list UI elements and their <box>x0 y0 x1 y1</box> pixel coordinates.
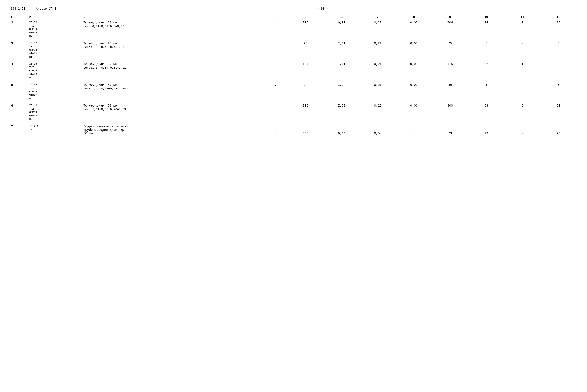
row-unit: м <box>264 124 288 136</box>
row-value-6: 0,04 <box>324 124 360 136</box>
row-code: I6-2I9 22 <box>28 124 83 136</box>
row-value-9: 25 <box>432 41 468 60</box>
row-value-10: 5 <box>468 41 504 60</box>
row-value-9: 30 <box>432 82 468 101</box>
row-value-7: 0,27 <box>360 103 396 122</box>
row-value-5: I96 <box>288 103 324 122</box>
row-description: То же, диам. 40 ммЦена:I,29-0,67+0,62=I,… <box>83 82 264 101</box>
main-table: I 2 3 4 5 6 7 8 9 IO II I2 2I6-36 7-I СС… <box>10 14 576 138</box>
row-number: 6 <box>10 103 28 122</box>
row-value-10: 23 <box>468 124 504 136</box>
row-value-7: 0,2I <box>360 62 396 80</box>
col-header-4: 4 <box>264 14 288 20</box>
row-value-6: I,0I <box>324 41 360 60</box>
row-value-7: 0,2I <box>360 41 396 60</box>
table-row: 7I6-2I9 22Гидравлическое испытание трубо… <box>10 124 576 136</box>
row-spacer <box>10 59 576 62</box>
row-value-12: 25 <box>540 20 576 38</box>
row-number: 5 <box>10 82 28 101</box>
page-header: 294-2-7I Альбом УП.84 - 68 - <box>10 7 576 10</box>
row-value-5: 25 <box>288 41 324 60</box>
row-description: То же, диам. 50 ммЦена:I,6I-0,86+0,78=I,… <box>83 103 264 122</box>
row-value-7: 0,2I <box>360 82 396 101</box>
row-value-5: 24 <box>288 82 324 101</box>
row-value-8: 0,0I <box>396 20 432 38</box>
row-value-6: 0,90 <box>324 20 360 38</box>
album-title: Альбом УП.84 <box>36 7 58 10</box>
row-value-9: II5 <box>432 62 468 80</box>
row-description: То же, диам. 32 ммЦена:I,I4-0,54+0,5I=I,… <box>83 62 264 80</box>
row-value-10: 5 <box>468 82 504 101</box>
row-code: I6-37 7-I ССРСЦ чIпI5 п3 <box>28 41 83 60</box>
row-spacer <box>10 136 576 138</box>
row-description: Гидравлическое испытание трубопроводов д… <box>83 124 264 136</box>
row-spacer <box>10 80 576 82</box>
row-value-8: 0,0I <box>396 62 432 80</box>
row-value-11: - <box>504 82 540 101</box>
col-header-5: 5 <box>288 14 324 20</box>
row-code: I6-38 7-I ССРСЦ чIпI6 п4 <box>28 62 83 80</box>
table-row: 5I6-39 7-I ССРСЦ чIпI7 п5То же, диам. 40… <box>10 82 576 101</box>
col-header-12: I2 <box>540 14 576 20</box>
row-value-9: IO4 <box>432 20 468 38</box>
row-value-10: 53 <box>468 103 504 122</box>
row-value-8: 0,03 <box>396 103 432 122</box>
row-value-8: - <box>396 124 432 136</box>
col-header-6: 6 <box>324 14 360 20</box>
row-value-12: 23 <box>540 62 576 80</box>
row-value-12: 5 <box>540 41 576 60</box>
col-header-9: 9 <box>432 14 468 20</box>
row-unit: м <box>264 82 288 101</box>
row-value-9: 300 <box>432 103 468 122</box>
row-code: I6-36 7-I ССРСЦ чIпI4 п2 <box>28 20 83 38</box>
doc-number: 294-2-7I <box>10 7 25 10</box>
col-header-1: I <box>10 14 28 20</box>
row-unit: " <box>264 62 288 80</box>
row-value-12: 59 <box>540 103 576 122</box>
table-row: 6I6-40 7-2 ССРСЦ чIпI8 п6То же, диам. 50… <box>10 103 576 122</box>
col-header-3: 3 <box>83 14 264 20</box>
row-value-11: 6 <box>504 103 540 122</box>
row-value-10: 22 <box>468 62 504 80</box>
table-row: 4I6-38 7-I ССРСЦ чIпI6 п4То же, диам. 32… <box>10 62 576 80</box>
row-spacer <box>10 38 576 41</box>
col-header-2: 2 <box>28 14 83 20</box>
row-value-8: 0,0I <box>396 41 432 60</box>
row-unit: м <box>264 20 288 38</box>
row-value-6: I,24 <box>324 82 360 101</box>
col-header-10: IO <box>468 14 504 20</box>
row-value-9: 23 <box>432 124 468 136</box>
row-value-5: IO4 <box>288 62 324 80</box>
row-value-5: 566 <box>288 124 324 136</box>
table-row: 3I6-37 7-I ССРСЦ чIпI5 п3То же, диам. 25… <box>10 41 576 60</box>
row-unit: " <box>264 41 288 60</box>
row-value-11: I <box>504 20 540 38</box>
row-spacer <box>10 101 576 103</box>
row-number: 4 <box>10 62 28 80</box>
column-headers: I 2 3 4 5 6 7 8 9 IO II I2 <box>10 14 576 20</box>
row-value-7: 0,2I <box>360 20 396 38</box>
row-code: I6-39 7-I ССРСЦ чIпI7 п5 <box>28 82 83 101</box>
row-value-5: II5 <box>288 20 324 38</box>
row-description: То же, диам. 20 ммЦена:0,9I-0,3I+0,3=0,9… <box>83 20 264 38</box>
row-value-12: 5 <box>540 82 576 101</box>
row-number: 3 <box>10 41 28 60</box>
row-value-10: 24 <box>468 20 504 38</box>
row-value-6: I,II <box>324 62 360 80</box>
row-value-7: 0,04 <box>360 124 396 136</box>
row-code: I6-40 7-2 ССРСЦ чIпI8 п6 <box>28 103 83 122</box>
row-value-8: 0,0I <box>396 82 432 101</box>
col-header-11: II <box>504 14 540 20</box>
col-header-8: 8 <box>396 14 432 20</box>
row-value-12: 23 <box>540 124 576 136</box>
row-value-11: I <box>504 62 540 80</box>
row-number: 7 <box>10 124 28 136</box>
row-unit: " <box>264 103 288 122</box>
row-value-11: - <box>504 41 540 60</box>
table-row: 2I6-36 7-I ССРСЦ чIпI4 п2То же, диам. 20… <box>10 20 576 38</box>
page-number: - 68 - <box>317 7 328 10</box>
col-header-7: 7 <box>360 14 396 20</box>
row-number: 2 <box>10 20 28 38</box>
row-value-11: - <box>504 124 540 136</box>
row-spacer <box>10 122 576 124</box>
